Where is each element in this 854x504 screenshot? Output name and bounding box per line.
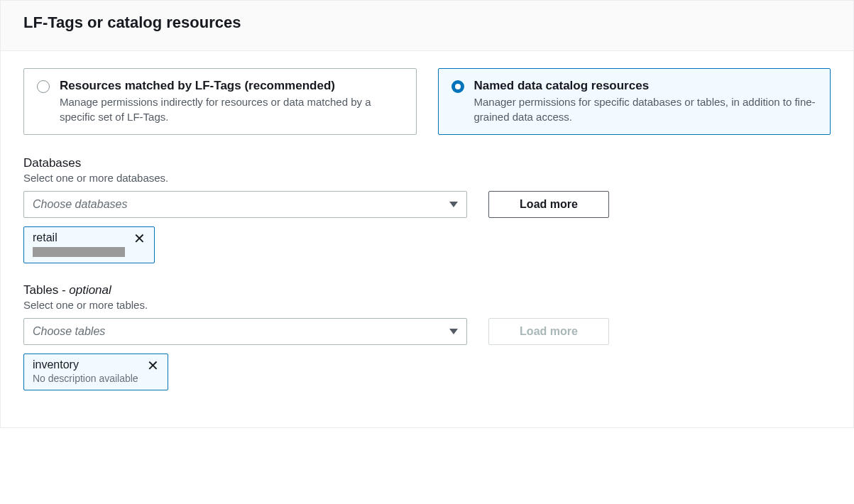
table-chip-desc: No description available (33, 373, 138, 384)
tables-sublabel: Select one or more tables. (23, 299, 831, 311)
panel-body: Resources matched by LF-Tags (recommende… (0, 51, 854, 428)
databases-section: Databases Select one or more databases. … (23, 156, 831, 263)
option-lftags[interactable]: Resources matched by LF-Tags (recommende… (23, 68, 417, 135)
database-chip-label: retail (33, 231, 125, 244)
database-chip: retail ✕ (23, 226, 155, 263)
panel-header: LF-Tags or catalog resources (0, 0, 854, 51)
chevron-down-icon (449, 329, 458, 334)
tables-label: Tables - optional (23, 283, 831, 297)
chevron-down-icon (449, 202, 458, 207)
panel-title: LF-Tags or catalog resources (23, 13, 831, 32)
tables-section: Tables - optional Select one or more tab… (23, 283, 831, 390)
option-lftags-desc: Manage permissions indirectly for resour… (60, 94, 403, 124)
radio-icon (451, 80, 464, 93)
tables-select[interactable]: Choose tables (23, 318, 467, 345)
option-named-title: Named data catalog resources (474, 79, 818, 93)
resource-type-options: Resources matched by LF-Tags (recommende… (23, 68, 831, 135)
option-named-desc: Manager permissions for specific databas… (474, 94, 818, 124)
databases-load-more-button[interactable]: Load more (488, 191, 609, 218)
databases-placeholder: Choose databases (33, 198, 127, 211)
databases-select[interactable]: Choose databases (23, 191, 467, 218)
close-icon[interactable]: ✕ (132, 231, 147, 246)
option-named-resources[interactable]: Named data catalog resources Manager per… (438, 68, 831, 135)
close-icon[interactable]: ✕ (146, 358, 160, 373)
radio-icon (37, 80, 50, 93)
table-chip-label: inventory (33, 358, 138, 371)
option-lftags-title: Resources matched by LF-Tags (recommende… (60, 79, 403, 93)
tables-load-more-button: Load more (488, 318, 609, 345)
tables-placeholder: Choose tables (33, 325, 105, 338)
databases-sublabel: Select one or more databases. (23, 172, 831, 184)
databases-label: Databases (23, 156, 831, 170)
table-chip: inventory No description available ✕ (23, 354, 168, 390)
database-chip-redacted (33, 247, 125, 257)
tables-optional-hint: - optional (58, 283, 111, 297)
